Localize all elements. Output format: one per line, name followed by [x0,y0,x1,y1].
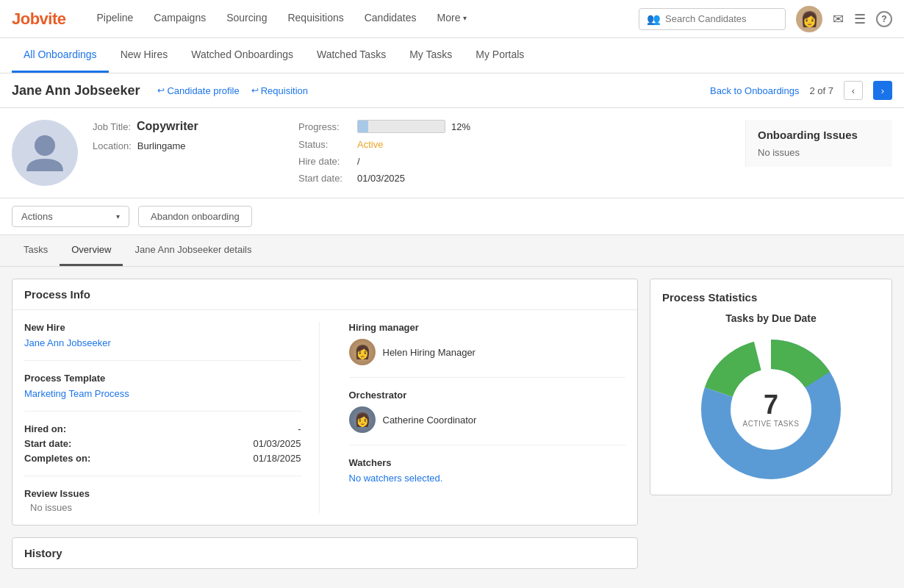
hiring-manager-name: Helen Hiring Manager [383,347,476,358]
subnav-item-watched-onboardings[interactable]: Watched Onboardings [179,38,305,73]
tab-tasks[interactable]: Tasks [12,235,60,266]
active-tasks-label: ACTIVE TASKS [743,420,800,428]
right-panel: Process Statistics Tasks by Due Date 7 A… [650,279,892,569]
issues-value: No issues [758,147,880,158]
watchers-value: No watchers selected. [349,473,626,484]
start-date-label: Start date: [298,173,351,184]
hiring-manager-label: Hiring manager [349,322,626,333]
watchers-label: Watchers [349,457,626,468]
progress-bar-fill [358,121,368,132]
requisition-link-icon: ↩ [251,85,259,96]
nav-item-pipeline[interactable]: Pipeline [87,0,144,38]
actions-dropdown[interactable]: Actions ▾ [12,206,129,227]
profile-link-icon: ↩ [157,85,165,96]
detail-tabs: Tasks Overview Jane Ann Jobseeker detail… [0,235,904,267]
process-stats-card: Process Statistics Tasks by Due Date 7 A… [650,279,892,495]
tab-overview[interactable]: Overview [60,235,123,266]
nav-item-sourcing[interactable]: Sourcing [216,0,277,38]
onboarding-issues-section: Onboarding Issues No issues [745,120,892,167]
start-date-val: 01/03/2025 [253,438,301,449]
candidate-links: ↩ Candidate profile ↩ Requisition [157,85,308,96]
job-title-label: Job Title: [93,121,131,132]
abandon-onboarding-button[interactable]: Abandon onboarding [138,206,252,227]
subnav-item-my-tasks[interactable]: My Tasks [398,38,464,73]
chart-title: Tasks by Due Date [662,312,880,324]
status-value: Active [357,139,383,150]
progress-section: Progress: 12% Status: Active Hire date: … [298,120,489,184]
search-candidates-icon: 👥 [647,12,661,26]
orchestrator-label: Orchestrator [349,390,626,401]
issues-title: Onboarding Issues [758,129,880,141]
nav-item-more[interactable]: More ▾ [427,0,478,38]
hired-on-label: Hired on: [24,423,66,434]
progress-label: Progress: [298,121,351,132]
subnav-item-all-onboardings[interactable]: All Onboardings [12,38,109,73]
candidate-name: Jane Ann Jobseeker [12,83,140,98]
nav-item-requisitions[interactable]: Requisitions [277,0,354,38]
page-info: 2 of 7 [809,85,833,96]
new-hire-field: New Hire Jane Ann Jobseeker [24,322,301,361]
progress-bar-container [357,120,445,133]
history-card: History [12,537,638,569]
nav-items: Pipeline Campaigns Sourcing Requisitions… [87,0,639,37]
candidate-nav-right: Back to Onboardings 2 of 7 ‹ › [710,81,892,100]
new-hire-name-link[interactable]: Jane Ann Jobseeker [24,337,301,348]
back-to-onboardings-link[interactable]: Back to Onboardings [710,85,799,96]
user-avatar[interactable]: 👩 [796,6,822,32]
person-silhouette-icon [23,131,67,175]
process-right-col: Hiring manager 👩 Helen Hiring Manager Or… [349,322,626,513]
subnav-item-watched-tasks[interactable]: Watched Tasks [305,38,398,73]
requisition-link[interactable]: ↩ Requisition [251,85,308,96]
orchestrator-avatar: 👩 [349,406,376,433]
next-page-button[interactable]: › [873,81,892,100]
watchers-field: Watchers No watchers selected. [349,457,626,484]
candidate-profile-link[interactable]: ↩ Candidate profile [157,85,239,96]
process-template-label: Process Template [24,373,301,384]
actions-chevron-icon: ▾ [116,212,120,220]
candidate-header: Jane Ann Jobseeker ↩ Candidate profile ↩… [0,74,904,108]
review-issues-label: Review Issues [24,488,301,499]
review-issues-section: Review Issues No issues [24,488,301,513]
chevron-down-icon: ▾ [463,14,467,22]
hiring-manager-avatar: 👩 [349,339,376,365]
hire-date-value: / [357,156,360,167]
active-tasks-count: 7 [743,392,800,418]
profile-details: Job Title: Copywriter Location: Burlinga… [93,120,892,184]
process-template-link[interactable]: Marketing Team Process [24,388,301,399]
main-content: Process Info New Hire Jane Ann Jobseeker… [0,267,904,581]
tab-candidate-details[interactable]: Jane Ann Jobseeker details [123,235,263,266]
start-date-value: 01/03/2025 [357,173,405,184]
search-candidates-input[interactable] [665,13,778,24]
mail-icon[interactable]: ✉ [833,11,844,27]
completes-on-label: Completes on: [24,453,90,464]
donut-chart: 7 ACTIVE TASKS [697,336,844,483]
left-panel: Process Info New Hire Jane Ann Jobseeker… [12,279,638,569]
history-header: History [12,538,637,568]
actions-row: Actions ▾ Abandon onboarding [0,198,904,235]
process-stats-title: Process Statistics [662,291,880,304]
donut-center: 7 ACTIVE TASKS [743,392,800,428]
location-label: Location: [93,140,132,151]
help-icon[interactable]: ? [876,11,892,27]
svg-point-0 [35,135,55,156]
hired-on-value: - [298,423,301,434]
profile-avatar [12,120,78,186]
orchestrator-field: Orchestrator 👩 Catherine Coordinator [349,390,626,445]
status-label: Status: [298,139,351,150]
process-info-header: Process Info [12,279,637,310]
location-value: Burlingame [137,140,186,151]
orchestrator-name: Catherine Coordinator [383,415,477,426]
subnav-item-new-hires[interactable]: New Hires [109,38,180,73]
nav-item-campaigns[interactable]: Campaigns [143,0,216,38]
menu-icon[interactable]: ☰ [854,11,866,27]
process-info-card: Process Info New Hire Jane Ann Jobseeker… [12,279,638,526]
search-box[interactable]: 👥 [639,8,786,30]
hiring-manager-field: Hiring manager 👩 Helen Hiring Manager [349,322,626,378]
subnav-item-my-portals[interactable]: My Portals [464,38,536,73]
new-hire-label: New Hire [24,322,301,333]
logo[interactable]: Jobvite [12,10,66,29]
sub-nav: All Onboardings New Hires Watched Onboar… [0,38,904,74]
prev-page-button[interactable]: ‹ [844,81,863,100]
profile-section: Job Title: Copywriter Location: Burlinga… [0,108,904,198]
nav-item-candidates[interactable]: Candidates [354,0,427,38]
